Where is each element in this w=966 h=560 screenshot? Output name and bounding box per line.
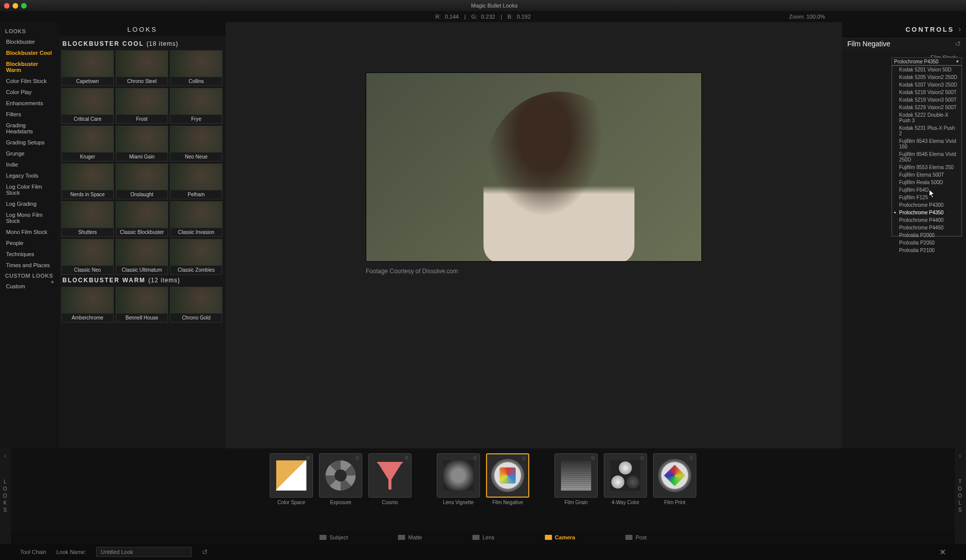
mouse-cursor-icon	[929, 189, 936, 198]
film-stock-option[interactable]: Kodak 5222 Double-X Push 3	[892, 111, 961, 124]
zoom-window-button[interactable]	[21, 3, 27, 9]
looks-category-item[interactable]: Grading Headstarts	[0, 120, 59, 137]
look-thumbnail[interactable]: Classic Blockbuster	[116, 201, 168, 237]
chain-tool-grain[interactable]: ⊘Film Grain	[553, 453, 599, 507]
expand-controls-icon[interactable]: ›	[958, 25, 961, 34]
stage-camera[interactable]: Camera	[535, 533, 585, 541]
tools-drawer-tab[interactable]: › TOOLS	[955, 448, 966, 544]
film-stock-option[interactable]: Prolostia P2100	[892, 247, 961, 254]
chain-tool-filmprint[interactable]: ⊘Film Print	[652, 453, 697, 507]
film-stock-option[interactable]: Prolochrome P4450	[892, 224, 961, 231]
look-thumbnail[interactable]: Miami Gain	[116, 126, 168, 162]
close-panel-icon[interactable]: ✕	[939, 547, 946, 557]
looks-category-item[interactable]: Indie	[0, 159, 59, 170]
look-thumbnail[interactable]: Chrono Gold	[170, 287, 222, 323]
looks-category-item[interactable]: Blockbuster Warm	[0, 58, 59, 75]
film-stock-option[interactable]: Prolochrome P4350	[892, 209, 961, 216]
film-stock-option[interactable]: Fujifilm Eterna 500T	[892, 171, 961, 179]
looks-category-item[interactable]: Mono Film Stock	[0, 226, 59, 237]
chain-tool-cosmo[interactable]: ⊘Cosmo	[367, 453, 413, 507]
chain-tool-filmneg[interactable]: ⊘Film Negative	[485, 453, 530, 507]
add-custom-look-icon[interactable]: +	[51, 279, 54, 285]
look-thumbnail[interactable]: Bennell House	[116, 287, 168, 323]
film-stock-option[interactable]: Kodak 5205 Vision2 250D	[892, 73, 961, 81]
stage-lens[interactable]: Lens	[462, 533, 505, 541]
look-thumbnail[interactable]: Amberchrome	[61, 287, 114, 323]
looks-drawer-tab[interactable]: ‹ LOOKS	[0, 448, 11, 544]
close-window-button[interactable]	[4, 3, 10, 9]
film-stock-option[interactable]: Fujifilm F125	[892, 194, 961, 201]
film-stock-option[interactable]: Prolochrome P4300	[892, 201, 961, 209]
film-stock-option[interactable]: Kodak 5231 Plus-X Push 2	[892, 124, 961, 137]
look-thumbnail[interactable]: Classic Neo	[61, 239, 114, 275]
look-thumbnail[interactable]: Frost	[116, 88, 168, 124]
preview-image[interactable]	[366, 72, 702, 262]
look-thumbnail[interactable]: Shutters	[61, 201, 114, 237]
look-thumbnail[interactable]: Classic Ultimatum	[116, 239, 168, 275]
stage-matte[interactable]: Matte	[388, 533, 432, 541]
looks-category-item[interactable]: Techniques	[0, 249, 59, 260]
dropdown-arrow-icon: ▼	[955, 59, 959, 64]
looks-category-item[interactable]: Grading Setups	[0, 137, 59, 148]
film-stock-dropdown-menu[interactable]: Kodak 5201 Vision 50DKodak 5205 Vision2 …	[892, 65, 962, 236]
looks-category-item[interactable]: Log Grading	[0, 198, 59, 209]
looks-category-item[interactable]: Grunge	[0, 148, 59, 159]
stage-subject[interactable]: Subject	[309, 533, 358, 541]
film-stock-option[interactable]: Fujifilm 8546 Eterna Vivid 250D	[892, 150, 961, 164]
look-thumbnail[interactable]: Pelham	[170, 164, 222, 199]
look-thumbnail[interactable]: Onslaught	[116, 164, 168, 199]
looks-category-item[interactable]: Blockbuster Cool	[0, 47, 59, 58]
look-thumbnail[interactable]: Chrono Steel	[116, 50, 168, 86]
film-stock-option[interactable]: Prolostia P2000	[892, 231, 961, 239]
look-thumbnail[interactable]: Frye	[170, 88, 222, 124]
reset-look-icon[interactable]: ↺	[202, 548, 208, 556]
look-thumbnail[interactable]: Classic Zombies	[170, 239, 222, 275]
looks-category-item[interactable]: Log Mono Film Stock	[0, 209, 59, 226]
looks-category-item[interactable]: Color Play	[0, 87, 59, 98]
lookname-input[interactable]	[96, 547, 192, 557]
film-stock-option[interactable]: Kodak 5229 Vision2 500T	[892, 104, 961, 111]
minimize-window-button[interactable]	[13, 3, 18, 9]
chain-tool-colorspace[interactable]: ⊘Color Space	[269, 453, 314, 507]
looks-category-item[interactable]: Times and Places	[0, 260, 59, 271]
remove-tool-icon[interactable]: ⊘	[354, 455, 361, 462]
looks-category-item[interactable]: Filters	[0, 109, 59, 120]
film-stock-option[interactable]: Kodak 5218 Vision2 500T	[892, 89, 961, 96]
film-stock-option[interactable]: Kodak 5201 Vision 50D	[892, 66, 961, 73]
looks-thumbnail-scroll[interactable]: BLOCKBUSTER COOL (18 items)CapetownChron…	[59, 36, 225, 448]
looks-category-item[interactable]: Enhancements	[0, 98, 59, 109]
film-stock-option[interactable]: Prolochrome P4400	[892, 216, 961, 224]
look-thumbnail[interactable]: Critical Care	[61, 88, 114, 124]
toolchain-label[interactable]: Tool Chain	[20, 549, 46, 555]
look-thumbnail[interactable]: Classic Invasion	[170, 201, 222, 237]
looks-category-item[interactable]: Color Film Stock	[0, 75, 59, 87]
remove-tool-icon[interactable]: ⊘	[520, 455, 527, 462]
remove-tool-icon[interactable]: ⊘	[403, 455, 410, 462]
remove-tool-icon[interactable]: ⊘	[688, 455, 695, 462]
look-thumbnail[interactable]: Kruger	[61, 126, 114, 162]
looks-category-item[interactable]: Log Color Film Stock	[0, 181, 59, 198]
controls-subtitle: Film Negative	[847, 40, 891, 48]
looks-category-item[interactable]: People	[0, 237, 59, 249]
film-stock-option[interactable]: Fujifilm Reala 500D	[892, 179, 961, 186]
reset-control-icon[interactable]: ↺	[955, 40, 961, 48]
film-stock-option[interactable]: Fujifilm 8553 Eterna 250	[892, 164, 961, 171]
chain-tool-vignette[interactable]: ⊘Lens Vignette	[436, 453, 481, 507]
film-stock-option[interactable]: Kodak 5219 Vision3 500T	[892, 96, 961, 104]
remove-tool-icon[interactable]: ⊘	[471, 455, 478, 462]
chain-tool-exposure[interactable]: ⊘Exposure	[318, 453, 363, 507]
look-thumbnail[interactable]: Neo Neue	[170, 126, 222, 162]
looks-category-item[interactable]: Legacy Tools	[0, 170, 59, 181]
look-thumbnail[interactable]: Collins	[170, 50, 222, 86]
film-stock-option[interactable]: Fujifilm F64D	[892, 186, 961, 194]
chain-tool-4way[interactable]: ⊘4-Way Color	[603, 453, 648, 507]
film-stock-option[interactable]: Prolostia P2050	[892, 239, 961, 247]
look-thumbnail[interactable]: Capetown	[61, 50, 114, 86]
film-stock-option[interactable]: Fujifilm 8543 Eterna Vivid 160	[892, 137, 961, 150]
film-stock-option[interactable]: Kodak 5207 Vision3 250D	[892, 81, 961, 89]
film-stock-dropdown[interactable]: Prolochrome P4350 ▼	[892, 57, 962, 65]
looks-category-item[interactable]: Blockbuster	[0, 36, 59, 47]
stage-post[interactable]: Post	[615, 533, 657, 541]
look-thumbnail[interactable]: Nerds in Space	[61, 164, 114, 199]
custom-looks-title: CUSTOM LOOKS +	[0, 271, 59, 281]
